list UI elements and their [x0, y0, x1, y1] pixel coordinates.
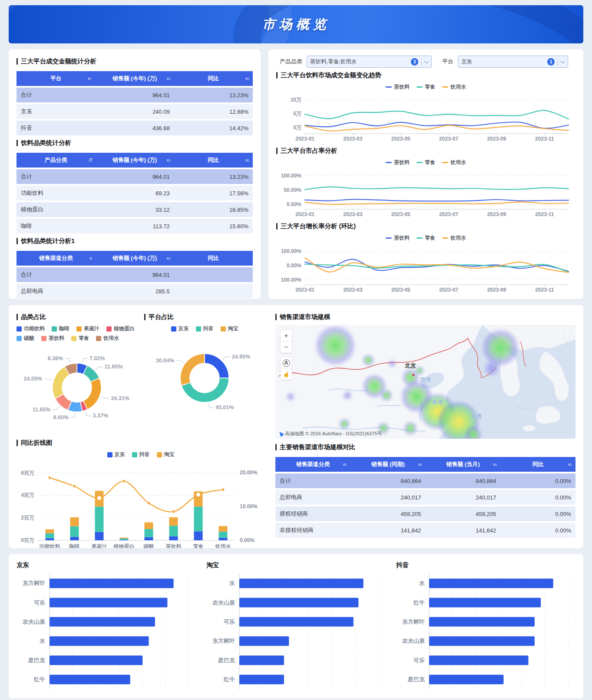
legend-item[interactable]: 功能饮料 [17, 325, 45, 332]
legend-swatch-icon [417, 86, 423, 88]
column-header[interactable]: 平台≡↑ [17, 71, 95, 86]
sort-icon[interactable]: ≡↕ [493, 462, 497, 467]
svg-text:2023-11: 2023-11 [535, 287, 554, 293]
svg-text:24.95%: 24.95% [232, 354, 250, 360]
taobao-bar-chart[interactable]: 水农夫山泉可乐东方树叶星巴克红牛 [206, 572, 386, 694]
sort-asc-icon[interactable]: ≡↑ [343, 462, 347, 467]
sort-icon[interactable]: ≡↕ [418, 462, 422, 467]
column-header[interactable]: 销售额 (今年) (万)≡↕ [95, 71, 174, 86]
list-icon[interactable]: ≡ [89, 256, 92, 261]
legend-item[interactable]: 零食 [71, 335, 89, 342]
legend-item[interactable]: 植物蛋白 [106, 325, 135, 332]
yoy-combo-chart[interactable]: 京东抖音淘宝0百万2百万4百万6百万0.00%10.00%20.00%功能饮料咖… [17, 451, 265, 548]
category-donut-chart[interactable]: 功能饮料咖啡果蔬汁植物蛋白碳酸茶饮料零食饮用水7.02%11.65%24.31%… [17, 325, 137, 437]
column-header[interactable]: 同比≡↕ [174, 71, 253, 86]
legend-item[interactable]: 零食 [417, 234, 435, 242]
title-accent-bar [17, 440, 18, 446]
table-row[interactable]: 总部电商285.5 [17, 284, 253, 299]
compass-icon[interactable]: A [281, 357, 292, 368]
trend-chart[interactable]: 茶饮料零食饮用水0万5万10万2023-012023-032023-052023… [276, 83, 575, 145]
column-header[interactable]: 销售额 (今年) (万)≡↕ [95, 153, 174, 168]
selected-count-badge: 3 [411, 58, 418, 66]
table-row[interactable]: 总部电商240,017240,0170.00% [275, 490, 575, 505]
sort-icon[interactable]: ≡↕ [245, 76, 249, 81]
legend-item[interactable]: 茶饮料 [386, 159, 410, 166]
product-category-select[interactable]: 茶饮料,零食,饮用水 3 [307, 56, 432, 68]
column-header[interactable]: 销售渠道分类≡ [17, 251, 95, 266]
table-row[interactable]: 授权经销商459,205459,2050.00% [275, 506, 575, 521]
table-row[interactable]: 合计964.0113.23% [17, 88, 253, 102]
table-row[interactable]: 京东240.0912.88% [17, 104, 253, 119]
sort-icon[interactable]: ≡↕ [167, 256, 171, 261]
table-row[interactable]: 植物蛋白33.1216.85% [17, 202, 253, 217]
table-row[interactable]: 咖啡113.7215.60% [17, 219, 253, 233]
column-header[interactable]: 销售额 (同期)≡↕ [351, 457, 426, 472]
zoom-in-button[interactable]: + [281, 330, 292, 342]
legend-swatch-icon [157, 452, 162, 457]
legend-item[interactable]: 零食 [417, 159, 435, 166]
platform-donut-chart[interactable]: 京东抖音淘宝24.95%45.01%30.04% [144, 325, 265, 427]
sort-icon[interactable]: ≡↕ [568, 462, 572, 467]
douyin-bar-chart[interactable]: 水红牛东方树叶农夫山泉可乐星巴克 [396, 572, 575, 694]
svg-text:功能饮料: 功能饮料 [39, 543, 61, 548]
table-row[interactable]: 非授权经销商141,642141,6420.00% [275, 523, 575, 538]
table-row[interactable]: 合计840,864840,8640.00% [275, 473, 575, 488]
zoom-out-button[interactable]: − [281, 342, 292, 353]
legend-item[interactable]: 抖音 [132, 451, 150, 458]
chart-legend: 茶饮料零食饮用水 [276, 234, 575, 242]
svg-text:45.01%: 45.01% [215, 404, 234, 411]
svg-text:东方树叶: 东方树叶 [22, 580, 45, 586]
growth-rate-chart[interactable]: 茶饮料零食饮用水100.00%0.00%100.00%2023-012023-0… [276, 234, 575, 296]
sort-asc-icon[interactable]: ≡↑ [88, 76, 92, 81]
table-row[interactable]: 合计964.0113.23% [17, 169, 253, 184]
sort-icon[interactable]: ≡↕ [245, 158, 249, 163]
legend-item[interactable]: 茶饮料 [386, 234, 410, 242]
block-jd-bars: 京东 东方树叶可乐农夫山泉水星巴克红牛 [17, 560, 196, 692]
legend-item[interactable]: 茶饮料 [41, 335, 64, 342]
jd-bar-chart[interactable]: 东方树叶可乐农夫山泉水星巴克红牛 [17, 572, 196, 694]
legend-item[interactable]: 京东 [171, 325, 189, 332]
sort-icon[interactable]: ≡↕ [167, 76, 171, 81]
chevron-down-icon[interactable] [424, 59, 429, 63]
column-header[interactable]: 销售渠道分类≡↑ [275, 457, 351, 472]
legend-item[interactable]: 淘宝 [221, 325, 238, 332]
market-share-chart[interactable]: 茶饮料零食饮用水0.00%50.00%100.00%2023-012023-03… [276, 159, 575, 220]
platform-select[interactable]: 京东 1 [458, 56, 568, 68]
legend-item[interactable]: 咖啡 [52, 325, 69, 332]
data-table: 平台≡↑销售额 (今年) (万)≡↕同比≡↕合计964.0113.23%京东24… [17, 69, 253, 137]
legend-item[interactable]: 零食 [417, 83, 435, 91]
legend-item[interactable]: 淘宝 [157, 451, 175, 458]
column-header[interactable]: 同比 [174, 251, 253, 266]
table-row[interactable]: 抖音436.6814.42% [17, 121, 253, 135]
column-header[interactable]: 销售额 (今年) (万)≡↕ [95, 251, 174, 266]
column-header[interactable]: 同比≡↕ [174, 153, 253, 168]
block-title: 三大平台饮料市场成交金额变化趋势 [276, 71, 575, 79]
legend-item[interactable]: 饮用水 [442, 159, 466, 166]
column-header[interactable]: 销售额 (当月)≡↕ [426, 457, 501, 472]
column-header[interactable]: 同比≡↕ [500, 457, 575, 472]
legend-item[interactable]: 茶饮料 [386, 83, 410, 91]
table-row[interactable]: 功能饮料69.2317.56% [17, 186, 253, 200]
svg-text:星巴克: 星巴克 [28, 657, 45, 664]
sales-heatmap-map[interactable]: + − A ☝ 北京 ★ 渤海 黄海 东海 高德地图 © 2024 AutoNa… [275, 325, 575, 439]
block-category-donut: 品类占比 功能饮料咖啡果蔬汁植物蛋白碳酸茶饮料零食饮用水7.02%11.65%2… [17, 311, 137, 437]
svg-text:2023-01: 2023-01 [295, 136, 314, 142]
legend-item[interactable]: 饮用水 [442, 83, 466, 91]
legend-item[interactable]: 京东 [107, 451, 125, 458]
table-row[interactable]: 合计964.01 [17, 267, 253, 282]
hand-pan-icon[interactable]: ☝ [281, 368, 292, 380]
filter-desc-icon[interactable]: ↓T [88, 158, 92, 163]
table-cell: 240,017 [351, 490, 426, 505]
legend-item[interactable]: 抖音 [196, 325, 214, 332]
column-header[interactable]: 产品分类↓T [17, 153, 95, 168]
legend-item[interactable]: 饮用水 [96, 335, 119, 342]
legend-item[interactable]: 饮用水 [442, 234, 466, 242]
block-title: 主要销售渠道市场规模对比 [275, 443, 575, 451]
table-cell: 0.00% [500, 506, 575, 521]
sort-icon[interactable]: ≡↕ [167, 158, 171, 163]
legend-item[interactable]: 果蔬汁 [76, 325, 99, 332]
legend-swatch-icon [417, 237, 423, 239]
yellow-sea-label: 黄海 [432, 398, 443, 406]
chevron-down-icon[interactable] [560, 59, 565, 63]
legend-item[interactable]: 碳酸 [17, 335, 34, 342]
